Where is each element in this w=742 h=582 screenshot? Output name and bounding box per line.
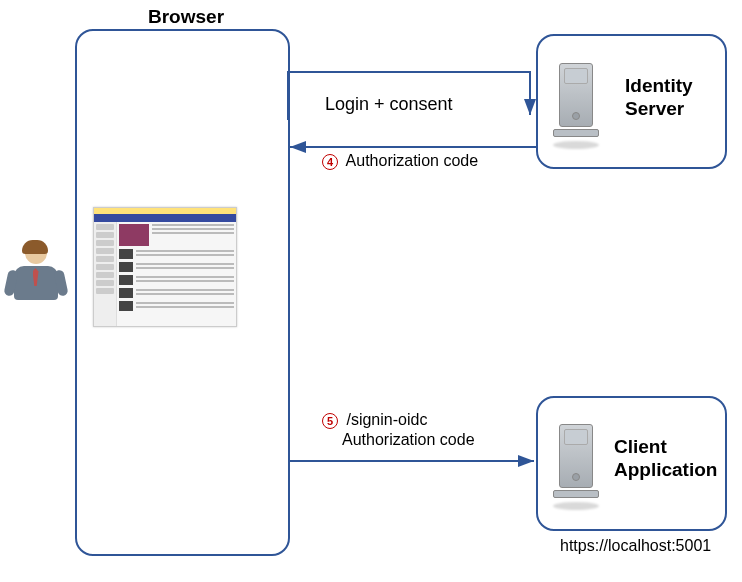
signin-oidc-arrow	[286, 454, 538, 468]
step4-number: 4	[322, 154, 338, 170]
identity-server-title: Identity Server IdentityServer	[625, 75, 693, 121]
server-icon	[553, 424, 599, 506]
browser-page-mock	[93, 207, 237, 327]
step5-line2: Authorization code	[342, 431, 475, 448]
browser-title: Browser	[148, 6, 224, 28]
client-url: https://localhost:5001	[560, 537, 711, 555]
login-consent-label: Login + consent	[325, 94, 453, 115]
step5-label: 5 /signin-oidc Authorization code	[322, 410, 475, 450]
step4-text: Authorization code	[346, 152, 479, 169]
client-app-title: Client Application ClientApplication	[614, 436, 717, 482]
server-icon	[553, 63, 599, 145]
user-icon	[8, 242, 63, 322]
step4-label: 4 Authorization code	[322, 152, 478, 170]
step5-number: 5	[322, 413, 338, 429]
step5-line1: /signin-oidc	[346, 411, 427, 428]
